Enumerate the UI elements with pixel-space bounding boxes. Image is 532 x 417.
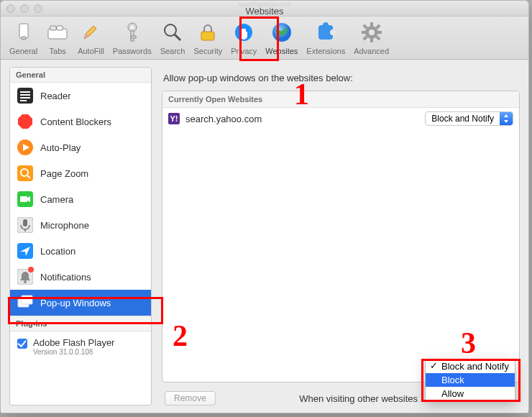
svg-rect-1	[22, 37, 26, 40]
svg-rect-42	[23, 219, 27, 226]
tab-search[interactable]: Search	[156, 19, 190, 57]
svg-rect-28	[20, 91, 30, 93]
tab-general[interactable]: General	[5, 19, 42, 57]
tab-passwords[interactable]: Passwords	[109, 19, 156, 57]
svg-line-10	[175, 35, 180, 40]
sidebar-item-label: Content Blockers	[40, 116, 111, 127]
plugin-version: Version 31.0.0.108	[33, 348, 114, 356]
plugin-flash[interactable]: Adobe Flash Player Version 31.0.0.108	[10, 331, 151, 362]
remove-button[interactable]: Remove	[165, 391, 216, 405]
window-title: Websites	[1, 8, 528, 15]
plugin-name: Adobe Flash Player	[33, 337, 114, 348]
magnifier-icon	[161, 21, 184, 44]
sidebar-item-microphone[interactable]: Microphone	[10, 212, 151, 238]
svg-rect-35	[17, 165, 33, 181]
reader-icon	[17, 88, 33, 104]
sidebar-item-notifications[interactable]: Notifications	[10, 264, 151, 290]
sidebar-group-general: General	[10, 68, 151, 83]
website-row[interactable]: Y! search.yahoo.com Block and Notify	[162, 108, 519, 129]
svg-marker-32	[18, 114, 32, 129]
svg-point-6	[131, 26, 134, 29]
microphone-icon	[17, 217, 33, 233]
puzzle-icon	[314, 21, 337, 44]
sidebar-item-label: Page Zoom	[40, 168, 88, 179]
annotation-box-2	[8, 297, 163, 324]
location-icon	[17, 243, 33, 259]
detail-heading: Allow pop-up windows on the websites bel…	[163, 73, 520, 83]
svg-rect-0	[19, 24, 28, 38]
stop-icon	[17, 114, 33, 129]
preferences-window: searchtyahoo.com Websites General Tabs A…	[0, 0, 529, 413]
tab-security[interactable]: Security	[189, 19, 226, 57]
annotation-box-3	[421, 359, 520, 402]
annotation-number-3: 3	[461, 326, 476, 360]
annotation-box-1	[239, 17, 279, 61]
play-icon	[17, 139, 33, 155]
sidebar-item-label: Reader	[40, 91, 71, 101]
other-websites-label: When visiting other websites	[224, 393, 418, 404]
svg-point-18	[369, 29, 375, 35]
svg-point-15	[323, 22, 329, 28]
zoom-icon	[17, 165, 33, 181]
sidebar-item-label: Camera	[40, 194, 73, 205]
sidebar-item-label: Microphone	[40, 220, 89, 231]
sidebar-item-page-zoom[interactable]: Page Zoom	[10, 160, 151, 186]
titlebar: searchtyahoo.com Websites	[1, 1, 528, 17]
sidebar-item-reader[interactable]: Reader	[10, 83, 151, 109]
sidebar-item-label: Auto-Play	[40, 142, 81, 153]
sidebar-item-content-blockers[interactable]: Content Blockers	[10, 109, 151, 134]
annotation-number-2: 2	[173, 319, 188, 353]
list-header: Currently Open Websites	[162, 91, 519, 108]
title-obscured: searchtyahoo.com	[1, 1, 528, 8]
svg-marker-51	[504, 120, 508, 123]
svg-point-47	[24, 280, 27, 283]
svg-rect-8	[131, 36, 136, 38]
svg-rect-22	[377, 31, 382, 34]
key-icon	[121, 21, 144, 44]
tab-advanced[interactable]: Advanced	[349, 19, 393, 57]
sidebar-item-auto-play[interactable]: Auto-Play	[10, 134, 151, 160]
gear-icon	[360, 21, 383, 44]
svg-rect-29	[20, 94, 30, 96]
svg-rect-31	[20, 100, 27, 101]
svg-rect-39	[20, 196, 27, 202]
svg-rect-20	[370, 38, 373, 42]
chevrons-icon	[500, 112, 513, 125]
sidebar-item-camera[interactable]: Camera	[10, 186, 151, 212]
website-hostname: search.yahoo.com	[185, 114, 419, 124]
lock-icon	[196, 21, 219, 44]
annotation-number-1: 1	[294, 77, 309, 111]
svg-rect-11	[201, 32, 214, 40]
tabs-icon	[46, 21, 69, 44]
switch-icon	[12, 21, 35, 44]
svg-point-16	[330, 29, 336, 35]
row-setting-select[interactable]: Block and Notify	[425, 111, 513, 126]
svg-point-9	[165, 24, 176, 36]
tab-extensions[interactable]: Extensions	[302, 19, 349, 57]
sidebar-item-location[interactable]: Location	[10, 238, 151, 264]
svg-rect-3	[50, 26, 56, 30]
svg-rect-4	[57, 26, 63, 30]
svg-rect-21	[362, 31, 366, 34]
camera-icon	[17, 191, 33, 207]
badge-icon	[28, 267, 34, 272]
tab-tabs[interactable]: Tabs	[42, 19, 73, 57]
svg-rect-19	[370, 22, 373, 27]
yahoo-favicon-icon: Y!	[168, 113, 180, 124]
sidebar-item-label: Location	[40, 246, 75, 257]
svg-rect-30	[20, 97, 30, 98]
svg-marker-50	[504, 114, 508, 117]
checkbox-icon[interactable]	[17, 339, 27, 349]
pencil-icon	[79, 21, 102, 44]
tab-autofill[interactable]: AutoFill	[73, 19, 109, 57]
settings-sidebar: General Reader Content Blockers Auto-Pla…	[9, 67, 152, 405]
sidebar-item-label: Notifications	[40, 272, 91, 283]
